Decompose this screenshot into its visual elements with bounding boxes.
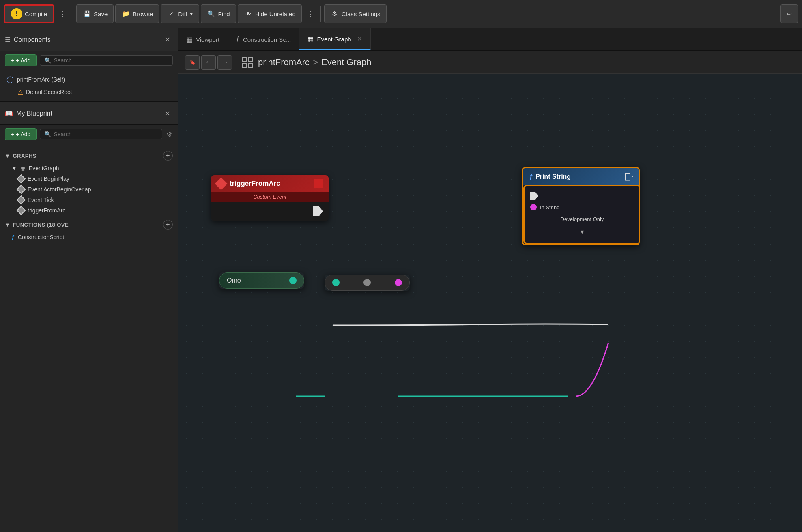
edit-button[interactable]: ✏ [780,4,798,23]
omo-output-pin[interactable] [289,277,297,284]
browse-button[interactable]: 📁 Browse [115,4,159,23]
blueprint-section: 📖 My Blueprint ✕ + + Add 🔍 ⚙ [0,102,178,532]
event-actoroverlap-label: Event ActorBeginOverlap [28,186,91,193]
tree-item-printfromarc[interactable]: ◯ printFromArc (Self) [0,73,178,86]
print-string-node: ƒ Print String In String [522,167,640,245]
compile-button[interactable]: ! Compile [4,4,54,23]
diff-button[interactable]: ✓ Diff ▾ [161,4,199,23]
breadcrumb-root[interactable]: printFromArc [258,57,310,68]
blueprint-content: ▼ GRAPHS + ▼ ▦ EventGraph Event BeginPla… [0,144,178,532]
tree-item-defaultsceneroot[interactable]: △ DefaultSceneRoot [0,86,178,98]
breadcrumb-leaf[interactable]: Event Graph [321,57,372,68]
event-diamond-icon [17,174,26,184]
components-search-input[interactable] [54,57,168,64]
tab-event-graph[interactable]: ▦ Event Graph ✕ [299,28,370,50]
blueprint-icon: 📖 [5,109,13,117]
trigger-node-header: triggerFromArc [211,175,329,192]
blueprint-header: 📖 My Blueprint ✕ [0,102,178,125]
bp-item-event-tick[interactable]: Event Tick [0,195,178,205]
hide-unrelated-button[interactable]: 👁 Hide Unrelated [238,4,302,23]
trigger-node: triggerFromArc Custom Event [211,175,329,221]
print-instring-pin[interactable] [530,204,537,210]
browse-label: Browse [133,11,153,17]
add-plus-icon: + [11,57,14,64]
components-section: ☰ Components ✕ + + Add 🔍 ◯ printFromArc … [0,28,178,102]
nav-bookmark-button[interactable]: 🔖 [185,55,200,70]
construction-tab-label: Construction Sc... [243,36,291,43]
print-exec-in-row [530,192,634,200]
compile-label: Compile [25,11,47,17]
tab-construction[interactable]: ƒ Construction Sc... [228,28,299,50]
blueprint-settings-icon[interactable]: ⚙ [166,130,173,139]
class-settings-label: Class Settings [342,11,381,17]
connector-in-pin[interactable] [332,279,340,286]
blueprint-search-input[interactable] [54,131,158,137]
tree-item-label-2: DefaultSceneRoot [26,89,72,95]
save-icon: 💾 [82,9,91,18]
print-exec-out-pin[interactable] [625,173,633,181]
connector-mid-pin[interactable] [363,279,371,286]
components-tree: ◯ printFromArc (Self) △ DefaultSceneRoot [0,70,178,101]
omo-node: Omo [219,272,304,289]
omo-label: Omo [227,277,241,284]
nav-back-button[interactable]: ← [201,55,216,70]
find-label: Find [218,11,230,17]
print-exec-in-pin[interactable] [530,192,538,200]
omo-var-node: Omo [219,272,304,289]
graph-canvas[interactable]: triggerFromArc Custom Event ƒ Print Stri… [178,74,802,532]
svg-rect-2 [243,63,247,67]
diff-dropdown-icon: ▾ [190,10,193,17]
trigger-node-title: triggerFromArc [230,180,280,188]
scene-icon: △ [18,88,23,96]
event-diamond-icon-4 [17,206,26,215]
find-button[interactable]: 🔍 Find [201,4,236,23]
print-devonly-label: Development Only [530,215,634,224]
bp-item-event-actoroverlap[interactable]: Event ActorBeginOverlap [0,184,178,195]
blueprint-add-button[interactable]: + + Add [5,128,37,140]
nav-forward-button[interactable]: → [217,55,232,70]
svg-rect-3 [248,63,252,67]
tab-close-button[interactable]: ✕ [357,35,362,43]
diff-label: Diff [178,11,187,17]
tab-viewport[interactable]: ▦ Viewport [178,28,228,50]
more-options-button[interactable]: ⋮ [303,7,317,21]
search-icon: 🔍 [44,57,51,64]
components-search-box[interactable]: 🔍 [40,55,173,66]
hide-icon: 👁 [244,9,253,18]
eventgraph-tab-label: Event Graph [317,36,351,43]
print-expand-icon[interactable]: ▾ [530,228,634,237]
blueprint-title: My Blueprint [16,110,159,117]
components-add-button[interactable]: + + Add [5,54,37,66]
functions-section-label[interactable]: ▼ FUNCTIONS (18 OVE + [0,217,178,232]
compile-more-button[interactable]: ⋮ [56,7,69,21]
graphs-section-label[interactable]: ▼ GRAPHS + [0,148,178,163]
blueprint-search-box[interactable]: 🔍 [40,129,162,139]
event-beginplay-label: Event BeginPlay [28,176,69,182]
bp-item-constructionscript[interactable]: ƒ ConstructionScript [0,232,178,242]
save-button[interactable]: 💾 Save [76,4,114,23]
connector-out-pin[interactable] [395,279,402,286]
connector-node [325,275,410,291]
event-diamond-icon-2 [17,185,26,194]
functions-add-button[interactable]: + [163,220,173,230]
constructionscript-label: ConstructionScript [18,234,64,240]
graphs-label: GRAPHS [13,153,37,159]
trigger-close-sq[interactable] [314,179,323,188]
svg-rect-1 [248,58,252,62]
graphs-add-button[interactable]: + [163,151,173,161]
construction-tab-icon: ƒ [236,36,240,43]
bp-item-event-beginplay[interactable]: Event BeginPlay [0,174,178,184]
functions-arrow-icon: ▼ [5,222,10,228]
class-settings-icon: ⚙ [330,9,339,18]
svg-rect-0 [243,58,247,62]
graphs-arrow-icon: ▼ [5,153,10,159]
browse-icon: 📁 [121,9,130,18]
compile-icon: ! [11,8,22,19]
blueprint-close-button[interactable]: ✕ [162,108,173,119]
class-settings-button[interactable]: ⚙ Class Settings [324,4,387,23]
bp-item-eventgraph[interactable]: ▼ ▦ EventGraph [0,163,178,174]
trigger-exec-out-pin[interactable] [313,206,323,216]
bp-item-triggerfromarc[interactable]: triggerFromArc [0,205,178,216]
trigger-diamond-icon [215,177,227,190]
components-close-button[interactable]: ✕ [162,34,173,45]
